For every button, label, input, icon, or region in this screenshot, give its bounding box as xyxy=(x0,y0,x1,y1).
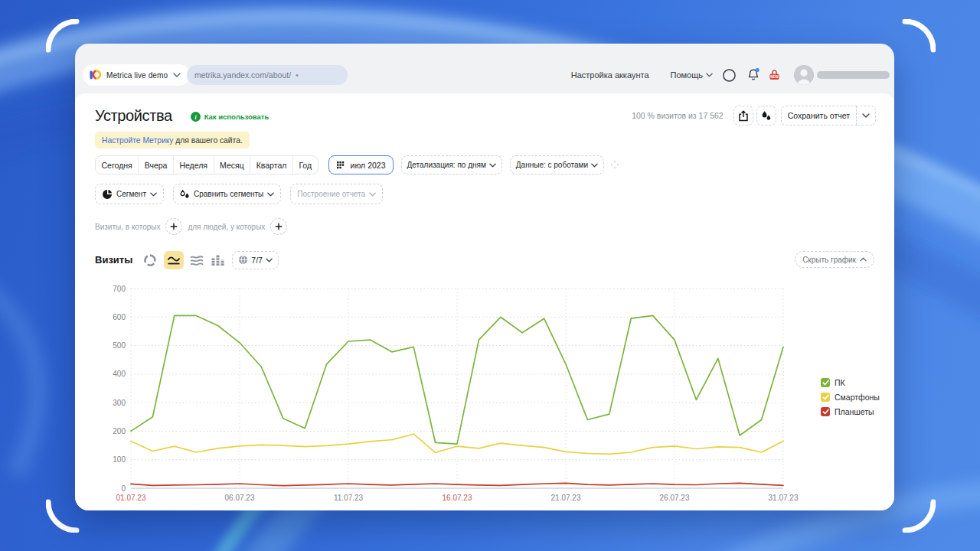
svg-text:06.07.23: 06.07.23 xyxy=(225,494,255,502)
chevron-down-icon xyxy=(706,73,713,77)
filter-row: Визиты, в которых для людей, у которых xyxy=(95,218,292,235)
date-range-label: июл 2023 xyxy=(351,161,386,170)
segment-button[interactable]: Сегмент xyxy=(95,184,164,204)
compare-droplets-icon xyxy=(180,189,190,200)
period-tab-week[interactable]: Неделя xyxy=(174,156,214,174)
segment-label: Сегмент xyxy=(116,190,146,198)
chart-type-pie-icon[interactable] xyxy=(144,254,156,266)
frame-corner-bottom-left xyxy=(46,499,80,533)
chart-header: Визиты xyxy=(95,250,279,269)
data-label: Данные: с роботами xyxy=(516,161,588,169)
chevron-down-icon xyxy=(489,163,496,168)
chevron-down-icon xyxy=(862,113,870,118)
svg-text:31.07.23: 31.07.23 xyxy=(769,494,799,502)
add-people-filter-button[interactable] xyxy=(270,218,287,235)
chat-icon[interactable] xyxy=(722,68,737,83)
calendar-icon xyxy=(336,160,346,170)
legend-label: ПК xyxy=(835,378,845,387)
days-filter-label: 7/7 xyxy=(251,256,263,265)
legend-item[interactable]: Смартфоны xyxy=(821,393,880,402)
export-button[interactable] xyxy=(733,106,753,126)
metrica-window: Metrica live demo metrika.yandex.com/abo… xyxy=(75,44,894,510)
segment-row: Сегмент Сравнить сегменты xyxy=(95,184,392,204)
chart-legend: ПКСмартфоныПланшеты xyxy=(821,378,880,416)
svg-text:400: 400 xyxy=(113,370,126,378)
avatar[interactable] xyxy=(794,65,814,85)
account-settings-link[interactable]: Настройка аккаунта xyxy=(571,70,649,80)
svg-text:NEW: NEW xyxy=(770,74,779,78)
date-range-button[interactable]: июл 2023 xyxy=(328,155,394,174)
info-icon: i xyxy=(191,112,201,122)
period-tab-month[interactable]: Месяц xyxy=(214,156,251,174)
export-icon xyxy=(738,110,749,122)
title-row: Устройства i Как использовать 100 % визи… xyxy=(95,104,876,127)
period-tab-today[interactable]: Сегодня xyxy=(96,156,139,174)
svg-text:100: 100 xyxy=(113,455,126,464)
svg-text:700: 700 xyxy=(113,285,126,293)
legend-item[interactable]: Планшеты xyxy=(821,407,880,416)
chevron-down-icon xyxy=(591,163,598,168)
chevron-down-icon xyxy=(266,258,273,262)
globe-icon xyxy=(238,255,248,265)
chart-type-line-icon[interactable] xyxy=(164,251,184,269)
svg-text:0: 0 xyxy=(121,484,126,493)
desktop-background: Metrica live demo metrika.yandex.com/abo… xyxy=(0,0,980,551)
help-label: Помощь xyxy=(671,70,704,80)
frame-corner-top-right xyxy=(902,19,936,53)
svg-text:01.07.23: 01.07.23 xyxy=(116,494,146,502)
help-menu[interactable]: Помощь xyxy=(671,70,714,80)
visits-summary: 100 % визитов из 17 562 xyxy=(632,111,724,120)
visits-chart-area: 010020030040050060070001.07.2306.07.2311… xyxy=(100,283,796,507)
chart-type-area-icon[interactable] xyxy=(190,255,204,266)
metrica-logo-icon xyxy=(89,69,101,81)
people-filter-label: для людей, у которых xyxy=(188,223,265,231)
settings-icon[interactable] xyxy=(610,158,619,172)
legend-checkbox xyxy=(821,407,830,416)
visits-chart: 010020030040050060070001.07.2306.07.2311… xyxy=(100,283,796,507)
period-tabs: Сегодня Вчера Неделя Месяц Квартал Год xyxy=(95,155,318,174)
legend-item[interactable]: ПК xyxy=(821,378,880,387)
page-title: Устройства xyxy=(95,107,172,125)
legend-label: Смартфоны xyxy=(835,393,880,402)
legend-checkbox xyxy=(821,378,830,387)
compare-segments-label: Сравнить сегменты xyxy=(194,190,263,198)
how-to-use-link[interactable]: i Как использовать xyxy=(191,112,270,122)
plus-icon xyxy=(170,223,178,230)
chevron-up-icon xyxy=(860,257,867,262)
hide-chart-label: Скрыть график xyxy=(802,256,856,264)
site-url-field[interactable]: metrika.yandex.com/about/ • xyxy=(187,65,348,85)
period-tab-yesterday[interactable]: Вчера xyxy=(139,156,174,174)
chart-type-columns-icon[interactable] xyxy=(211,255,224,266)
notifications-bell-icon[interactable] xyxy=(746,67,761,83)
chevron-down-icon xyxy=(150,192,157,197)
chevron-down-icon xyxy=(369,192,376,197)
svg-text:500: 500 xyxy=(113,341,126,350)
chart-title: Визиты xyxy=(95,254,132,266)
legend-label: Планшеты xyxy=(835,407,874,416)
new-feature-icon[interactable]: NEW xyxy=(767,68,782,83)
data-dropdown[interactable]: Данные: с роботами xyxy=(510,155,604,174)
compare-segments-button[interactable]: Сравнить сегменты xyxy=(173,184,281,204)
counter-selector[interactable]: Metrica live demo xyxy=(83,64,190,86)
detail-dropdown[interactable]: Детализация: по дням xyxy=(401,155,502,174)
days-filter-button[interactable]: 7/7 xyxy=(232,251,279,269)
save-report-button[interactable]: Сохранить отчет xyxy=(781,106,856,126)
report-builder-label: Построение отчета xyxy=(297,190,365,198)
svg-text:16.07.23: 16.07.23 xyxy=(443,494,472,502)
period-tab-quarter[interactable]: Квартал xyxy=(250,156,293,174)
report-builder-button[interactable]: Построение отчета xyxy=(290,184,383,204)
detail-label: Детализация: по дням xyxy=(407,161,486,169)
api-button[interactable] xyxy=(756,106,776,126)
user-name-placeholder xyxy=(817,71,890,79)
save-report-dropdown[interactable] xyxy=(856,106,876,126)
counter-name: Metrica live demo xyxy=(106,71,168,80)
period-tab-year[interactable]: Год xyxy=(293,156,318,174)
chevron-down-icon xyxy=(173,73,181,77)
hide-chart-link[interactable]: Скрыть график xyxy=(795,251,874,268)
svg-text:300: 300 xyxy=(113,399,126,407)
setup-metrica-link[interactable]: Настройте Метрику xyxy=(102,136,173,145)
setup-banner: Настройте Метрику для вашего сайта. xyxy=(95,132,250,148)
url-dot: • xyxy=(296,70,299,80)
add-visits-filter-button[interactable] xyxy=(165,218,182,235)
report-actions: 100 % визитов из 17 562 xyxy=(632,106,876,126)
